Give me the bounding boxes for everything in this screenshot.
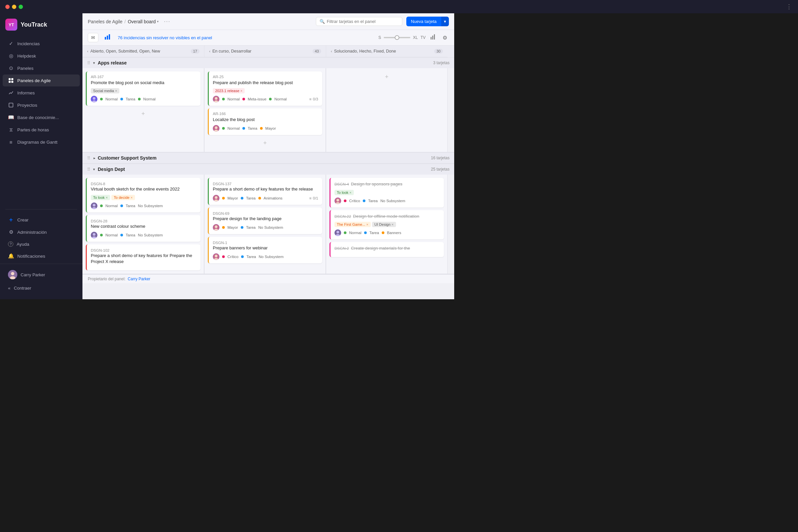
- avatar: [8, 270, 17, 279]
- card-dsgn-22[interactable]: DSGN-22 Design for offline mode notifica…: [329, 210, 444, 240]
- tag-close-icon[interactable]: ×: [349, 191, 352, 194]
- severity-label: No Subsystem: [138, 204, 163, 208]
- card-dsgn-8[interactable]: DSGN-8 Virtual booth sketch for the onli…: [86, 178, 201, 212]
- card-title: Virtual booth sketch for the online even…: [91, 186, 196, 192]
- card-tag[interactable]: To look ×: [91, 195, 110, 200]
- expand-icon[interactable]: ▾: [93, 167, 95, 172]
- close-button[interactable]: [5, 5, 10, 9]
- sidebar-item-informes[interactable]: Informes: [3, 87, 80, 99]
- sidebar-item-paneles[interactable]: ⊙ Paneles: [3, 62, 80, 74]
- new-card-caret[interactable]: ▾: [441, 17, 449, 26]
- time-icon: ⧖: [8, 127, 14, 133]
- card-dsgn-1[interactable]: DSGN-1 Prepare banners for webinar Críti…: [208, 237, 322, 263]
- notifications-action[interactable]: 🔔 Notificaciones: [3, 250, 80, 262]
- card-tag[interactable]: The First Game... ×: [335, 222, 371, 227]
- card-tag[interactable]: To decide ×: [111, 195, 135, 200]
- svg-point-27: [93, 233, 95, 236]
- sidebar-item-base-conocimiento[interactable]: 📖 Base de conocimie...: [3, 111, 80, 124]
- card-title: Create design materials for the: [351, 245, 410, 251]
- issues-notice[interactable]: 76 incidencias sin resolver no visibles …: [118, 35, 212, 40]
- card-tag[interactable]: UI Design ×: [372, 222, 396, 227]
- tag-close-icon[interactable]: ×: [115, 89, 117, 93]
- card-dsgn-4[interactable]: DSGN-4 Design for sponsors pages To look…: [329, 178, 444, 207]
- swimlane-customer-support: ⠿ ▾ Customer Support System 16 tarjetas: [82, 153, 454, 164]
- card-dsgn-102[interactable]: DSGN-102 Prepare a short demo of key fea…: [86, 244, 201, 270]
- settings-btn[interactable]: ⚙: [441, 33, 449, 42]
- more-options-button[interactable]: ···: [164, 19, 170, 25]
- type-dot: [242, 127, 245, 130]
- tag-close-icon[interactable]: ×: [106, 195, 108, 200]
- card-ar-167[interactable]: AR-167 Promote the blog post on social m…: [86, 72, 201, 106]
- column-collapse-2[interactable]: ‹: [331, 49, 332, 53]
- checklist-icon: ≡: [309, 196, 311, 200]
- card-ar-25[interactable]: AR-25 Prepare and publish the release bl…: [208, 72, 322, 106]
- sidebar-item-proyectos[interactable]: Proyectos: [3, 99, 80, 111]
- column-collapse-1[interactable]: ‹: [209, 49, 210, 53]
- user-profile[interactable]: Carry Parker: [3, 267, 80, 282]
- card-avatar: [91, 203, 97, 209]
- sidebar-item-helpdesk[interactable]: ◎ Helpdesk: [3, 50, 80, 62]
- expand-icon[interactable]: ▾: [92, 157, 96, 159]
- sidebar-item-incidencias[interactable]: ✓ Incidencias: [3, 38, 80, 50]
- app-logo[interactable]: YT: [5, 19, 17, 31]
- maximize-button[interactable]: [19, 5, 23, 9]
- collapse-button[interactable]: « Contraer: [3, 283, 80, 293]
- gear-icon: ⚙: [8, 229, 14, 235]
- card-tag[interactable]: To look ×: [335, 190, 354, 195]
- sidebar-item-diagramas-gantt[interactable]: ≡ Diagramas de Gantt: [3, 136, 80, 148]
- card-id: DSGN-22: [335, 214, 351, 218]
- tag-close-icon[interactable]: ×: [366, 223, 368, 226]
- card-dsgn-2[interactable]: DSGN-2 Create design materials for the: [329, 242, 444, 257]
- svg-point-33: [215, 225, 217, 228]
- new-card-button[interactable]: Nueva tarjeta: [406, 17, 441, 26]
- swimlane-header-customer-support[interactable]: ⠿ ▾ Customer Support System 16 tarjetas: [82, 153, 454, 163]
- type-label: Tarea: [246, 196, 256, 200]
- slider-thumb[interactable]: [395, 35, 399, 40]
- severity-label: No Subsystem: [258, 225, 283, 229]
- sidebar-item-paneles-agile[interactable]: Paneles de Agile: [3, 75, 80, 87]
- bar-chart-btn[interactable]: [429, 33, 438, 42]
- email-view-button[interactable]: ✉: [88, 33, 98, 42]
- help-action[interactable]: ? Ayuda: [3, 239, 80, 250]
- slider-track[interactable]: [384, 37, 410, 38]
- card-tag[interactable]: 2023.1 release ×: [213, 88, 245, 93]
- add-card-btn-0-2[interactable]: +: [329, 72, 444, 82]
- card-dsgn-28[interactable]: DSGN-28 New contrast colour scheme Norma…: [86, 215, 201, 242]
- minimize-button[interactable]: [12, 5, 16, 9]
- priority-label: Mayor: [227, 196, 238, 200]
- card-ar-166[interactable]: AR-166 Localize the blog post Normal: [208, 108, 322, 135]
- expand-icon[interactable]: ▾: [93, 61, 95, 65]
- breadcrumb-current[interactable]: Overall board ▾: [128, 19, 158, 24]
- card-tag[interactable]: Social media ×: [91, 88, 119, 93]
- card-dsgn-69[interactable]: DSGN-69 Prepare design for the landing p…: [208, 208, 322, 234]
- sidebar-item-label: Paneles de Agile: [17, 78, 51, 83]
- sidebar-item-partes-horas[interactable]: ⧖ Partes de horas: [3, 124, 80, 136]
- tag-close-icon[interactable]: ×: [391, 223, 393, 226]
- chart-view-button[interactable]: [102, 33, 114, 42]
- swimlane-header-design-dept[interactable]: ⠿ ▾ Design Dept 25 tarjetas: [82, 164, 454, 174]
- footer-owner-link[interactable]: Carry Parker: [128, 277, 150, 281]
- admin-action[interactable]: ⚙ Administración: [3, 226, 80, 238]
- svg-rect-0: [8, 78, 11, 80]
- board-area[interactable]: ‹ Abierto, Open, Submitted, Open, New 17…: [82, 45, 454, 299]
- severity-dot: [138, 98, 141, 100]
- window-chrome: ⋮: [0, 0, 454, 13]
- add-card-btn-0-1[interactable]: +: [208, 138, 322, 149]
- tag-close-icon[interactable]: ×: [241, 89, 242, 93]
- search-input[interactable]: [327, 19, 399, 24]
- card-avatar: [213, 96, 220, 102]
- size-slider: S XL TV: [378, 35, 425, 40]
- sidebar-item-label: Proyectos: [17, 103, 37, 108]
- add-card-btn-0-0[interactable]: +: [86, 108, 201, 119]
- new-card-button-group: Nueva tarjeta ▾: [406, 17, 449, 26]
- column-collapse-0[interactable]: ‹: [87, 49, 89, 53]
- svg-point-36: [215, 255, 217, 258]
- tag-close-icon[interactable]: ×: [130, 195, 132, 200]
- swimlane-header-apps-release[interactable]: ⠿ ▾ Apps release 3 tarjetas: [82, 58, 454, 68]
- svg-rect-10: [109, 34, 110, 40]
- create-action[interactable]: + Crear: [3, 214, 80, 226]
- card-id: DSGN-1: [213, 241, 227, 245]
- card-title: Prepare a short demo of key features for…: [213, 186, 318, 192]
- breadcrumb-parent[interactable]: Paneles de Agile: [88, 19, 122, 24]
- card-dsgn-137[interactable]: DSGN-137 Prepare a short demo of key fea…: [208, 178, 322, 205]
